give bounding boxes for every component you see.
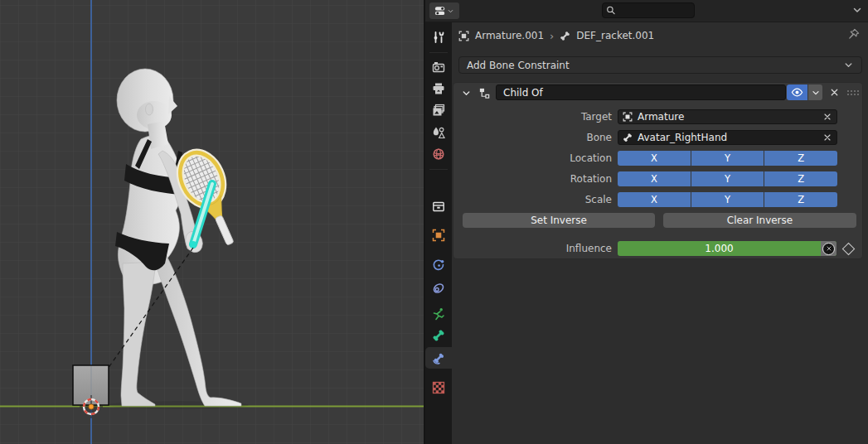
breadcrumb: Armature.001 › DEF_racket.001 [458,27,654,45]
location-y-toggle[interactable]: Y [691,151,764,166]
panel-expand-chevron-icon[interactable] [461,88,472,99]
set-inverse-button[interactable]: Set Inverse [463,213,655,228]
tool-icon [432,31,445,44]
rotation-x-toggle[interactable]: X [618,171,691,186]
tab-bone[interactable] [425,325,452,346]
constraint-name: Child Of [503,87,543,99]
tab-object[interactable] [425,224,452,246]
chevron-down-icon [843,60,854,70]
properties-header [425,0,868,22]
scale-label: Scale [453,192,612,207]
influence-label: Influence [453,241,612,256]
physics-icon [432,258,445,272]
properties-editor-icon [434,5,446,17]
tab-separator [429,169,448,170]
search-icon [606,5,616,16]
constraint-extras-dropdown[interactable] [808,84,822,100]
tab-texture[interactable] [425,377,452,398]
properties-main-region: Armature.001 › DEF_racket.001 Add Bone C… [452,22,868,444]
tab-output[interactable] [425,78,452,99]
rotation-label: Rotation [453,171,612,186]
object-icon [623,112,633,122]
influence-clear-cap[interactable] [821,241,836,256]
collection-box-icon [432,200,445,213]
editor-type-button[interactable] [429,2,459,19]
eye-icon [791,86,803,99]
location-z-toggle[interactable]: Z [764,151,837,166]
constraint-visibility-toggle[interactable] [787,84,807,100]
child-of-constraint-panel: Child Of [453,82,863,259]
add-bone-constraint-button[interactable]: Add Bone Constraint [458,56,862,74]
bone-constraint-icon [432,351,445,364]
scene-icon [432,126,445,139]
bone-field[interactable]: Avatar_RightHand [618,130,837,145]
rotation-axis-toggles: X Y Z [618,171,837,186]
tab-collection[interactable] [425,195,452,217]
keyframe-decorator-icon[interactable] [842,243,856,256]
rotation-z-toggle[interactable]: Z [764,171,837,186]
tab-separator [429,52,448,53]
view-layer-images-icon [432,104,445,117]
chevron-down-icon [447,7,454,15]
properties-tab-column [425,22,452,444]
influence-slider[interactable]: 1.000 [618,241,836,256]
breadcrumb-separator: › [550,30,554,42]
object-properties-icon [432,229,445,242]
bone-value: Avatar_RightHand [638,132,727,143]
armature-data-icon [432,307,445,321]
scale-y-toggle[interactable]: Y [691,192,764,207]
breadcrumb-bone[interactable]: DEF_racket.001 [576,30,654,41]
blender-window: Armature.001 › DEF_racket.001 Add Bone C… [0,0,868,444]
texture-checker-icon [432,381,445,394]
tab-view-layer[interactable] [425,99,452,121]
close-icon [829,87,840,98]
chevron-down-icon [811,88,821,98]
output-printer-icon [432,82,445,95]
location-label: Location [453,151,612,166]
object-constraints-icon [432,282,445,295]
object-icon [458,31,469,41]
clear-inverse-button[interactable]: Clear Inverse [663,213,856,228]
tab-physics[interactable] [425,254,452,276]
scale-axis-toggles: X Y Z [618,192,837,207]
tab-object-constraints[interactable] [425,278,452,299]
viewport-grid [0,0,424,444]
viewport-scene [0,0,424,444]
bone-icon [560,31,570,41]
child-of-constraint-icon [478,87,491,99]
location-x-toggle[interactable]: X [618,151,691,166]
pin-icon[interactable] [847,28,860,41]
rotation-y-toggle[interactable]: Y [691,171,764,186]
target-field[interactable]: Armature [618,109,837,124]
search-input[interactable] [616,4,691,17]
clear-animation-icon[interactable] [822,243,835,255]
search-box[interactable] [602,2,695,18]
panel-drag-handle[interactable] [847,90,849,92]
properties-editor: Armature.001 › DEF_racket.001 Add Bone C… [425,0,868,444]
header-options-chevron-icon[interactable] [851,4,863,16]
render-camera-icon [432,60,445,74]
target-value: Armature [638,111,684,123]
breadcrumb-object[interactable]: Armature.001 [475,30,544,41]
bone-icon [623,133,633,142]
bone-label: Bone [453,130,612,145]
clear-bone-icon[interactable] [822,133,832,142]
tab-object-data[interactable] [425,303,452,325]
target-label: Target [453,109,612,124]
tab-tool[interactable] [425,27,452,48]
scale-z-toggle[interactable]: Z [764,192,837,207]
constraint-panel-header: Child Of [453,82,863,104]
constraint-name-field[interactable]: Child Of [496,84,786,100]
scale-x-toggle[interactable]: X [618,192,691,207]
constraint-delete-button[interactable] [827,84,842,100]
add-bone-constraint-label: Add Bone Constraint [467,60,570,71]
location-axis-toggles: X Y Z [618,151,837,166]
tab-render[interactable] [425,56,452,78]
tab-scene[interactable] [425,122,452,143]
clear-target-icon[interactable] [822,112,832,122]
world-globe-icon [432,147,445,161]
object-origin-dot [89,404,94,409]
tab-world[interactable] [425,143,452,165]
tab-bone-constraint[interactable] [425,347,452,369]
3d-viewport[interactable] [0,0,425,444]
